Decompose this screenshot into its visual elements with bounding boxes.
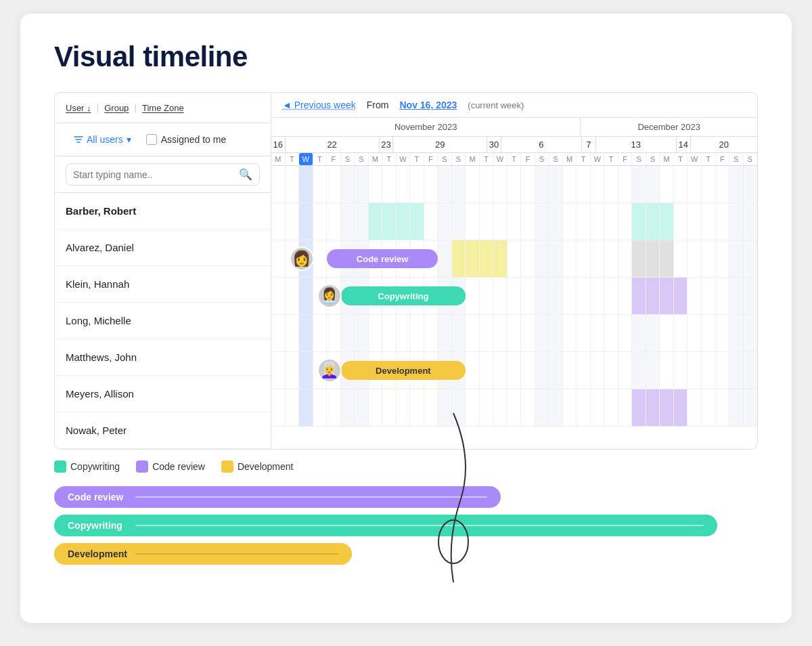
grid-cell-3-0: [271, 278, 286, 314]
grid-cell-5-20: [549, 352, 563, 389]
day-cell-18: F: [521, 153, 535, 165]
grid-cell-6-14: [466, 389, 480, 426]
grid-cell-5-32: [716, 352, 730, 389]
grid-cell-4-2: [299, 315, 313, 351]
development-dot: [221, 460, 233, 473]
week-6: 6: [501, 137, 582, 152]
grid-cell-1-15: [480, 203, 494, 240]
code-review-label: Code review: [152, 461, 205, 472]
grid-cell-6-0: [271, 389, 286, 426]
grid-cell-4-23: [591, 315, 605, 351]
left-panel: User ↓ | Group | Time Zone All users ▾: [55, 93, 271, 449]
grid-cell-1-5: [341, 203, 355, 240]
grid-cell-3-15: [480, 278, 494, 314]
calendar-grid: November 2023 December 2023 16 22 23 29 …: [271, 118, 757, 427]
legend-development: Development: [221, 460, 294, 473]
grid-cell-3-27: [646, 278, 660, 314]
grid-cell-2-3: [313, 240, 328, 277]
grid-cell-4-1: [286, 315, 300, 351]
grid-cell-0-33: [729, 166, 744, 202]
grid-cell-1-19: [535, 203, 549, 240]
task-bar-code-review[interactable]: Code review: [327, 249, 438, 268]
grid-cell-5-29: [674, 352, 688, 389]
grid-cell-0-20: [549, 166, 563, 202]
grid-cell-0-27: [646, 166, 660, 202]
copywriting-label: Copywriting: [70, 461, 120, 472]
user-row-0[interactable]: Barber, Robert: [55, 193, 271, 230]
legend-code-review: Code review: [136, 460, 205, 473]
page-title: Visual timeline: [54, 41, 758, 73]
day-cell-32: F: [716, 153, 730, 165]
user-row-5[interactable]: Meyers, Allison: [55, 376, 271, 412]
user-row-1[interactable]: Alvarez, Daniel: [55, 230, 271, 266]
user-row-4[interactable]: Matthews, John: [55, 339, 271, 376]
grid-cell-0-7: [369, 166, 383, 202]
grid-cell-4-12: [438, 315, 452, 351]
user-row-6[interactable]: Nowak, Peter: [55, 412, 271, 449]
grid-cell-4-16: [493, 315, 508, 351]
assigned-checkbox[interactable]: [146, 134, 157, 145]
grid-cell-2-18: [521, 240, 535, 277]
avatar-development: 👩‍🦳: [317, 358, 342, 383]
grid-cell-6-30: [687, 389, 702, 426]
day-cell-6: S: [355, 153, 369, 165]
timeline-row-5: 👩‍🦳Development: [271, 352, 757, 389]
filter-icon: [74, 135, 83, 144]
bottom-bar-copywriting: Copywriting: [54, 515, 717, 536]
task-bar-copywriting[interactable]: Copywriting: [341, 286, 466, 305]
day-cell-11: F: [424, 153, 438, 165]
grid-cell-1-34: [744, 203, 757, 240]
grid-cell-2-27: [646, 240, 660, 277]
grid-cell-1-8: [382, 203, 397, 240]
search-input[interactable]: [73, 169, 235, 180]
grid-cell-4-32: [716, 315, 730, 351]
grid-cell-3-20: [549, 278, 563, 314]
grid-cell-4-27: [646, 315, 660, 351]
grid-cell-6-29: [674, 389, 688, 426]
bottom-bar-development: Development: [54, 543, 352, 565]
day-cell-2: W: [299, 153, 313, 165]
day-cell-31: T: [702, 153, 716, 165]
grid-cell-2-19: [535, 240, 549, 277]
grid-cell-2-17: [508, 240, 522, 277]
task-bar-development[interactable]: Development: [341, 361, 466, 380]
group-filter-tab[interactable]: Group: [104, 103, 129, 113]
grid-cell-6-12: [438, 389, 452, 426]
grid-cell-3-17: [508, 278, 522, 314]
all-users-button[interactable]: All users ▾: [66, 130, 139, 149]
grid-cell-2-0: [271, 240, 286, 277]
grid-cell-3-33: [729, 278, 744, 314]
search-wrap: 🔍: [66, 163, 260, 186]
grid-cell-5-25: [618, 352, 633, 389]
user-row-3[interactable]: Long, Michelle: [55, 303, 271, 339]
user-row-2[interactable]: Klein, Hannah: [55, 266, 271, 303]
from-date[interactable]: Nov 16, 2023: [399, 100, 457, 110]
prev-week-button[interactable]: ◄ Previous week: [282, 100, 356, 110]
grid-cell-2-22: [577, 240, 591, 277]
grid-cell-6-24: [604, 389, 618, 426]
grid-cell-0-4: [327, 166, 341, 202]
grid-cell-4-28: [660, 315, 674, 351]
months-row: November 2023 December 2023: [271, 118, 757, 137]
grid-cell-0-6: [355, 166, 369, 202]
grid-cell-2-13: [452, 240, 466, 277]
timeline-row-1: [271, 203, 757, 240]
grid-cell-4-19: [535, 315, 549, 351]
grid-cell-3-21: [563, 278, 577, 314]
right-panel: ◄ Previous week From Nov 16, 2023 (curre…: [271, 93, 757, 449]
grid-cell-0-18: [521, 166, 535, 202]
legend: Copywriting Code review Development: [54, 450, 758, 481]
grid-cell-1-20: [549, 203, 563, 240]
day-cell-15: T: [480, 153, 494, 165]
grid-cell-6-31: [702, 389, 716, 426]
week-29: 29: [393, 137, 487, 152]
search-row: 🔍: [55, 156, 271, 193]
grid-cell-4-34: [744, 315, 757, 351]
grid-cell-6-2: [299, 389, 313, 426]
user-filter-tab[interactable]: User ↓: [66, 103, 91, 113]
grid-cell-0-28: [660, 166, 674, 202]
timezone-filter-tab[interactable]: Time Zone: [142, 103, 184, 113]
grid-cell-3-16: [493, 278, 508, 314]
grid-cell-2-14: [466, 240, 480, 277]
timeline-row-3: 👩‍💼Copywriting: [271, 278, 757, 315]
